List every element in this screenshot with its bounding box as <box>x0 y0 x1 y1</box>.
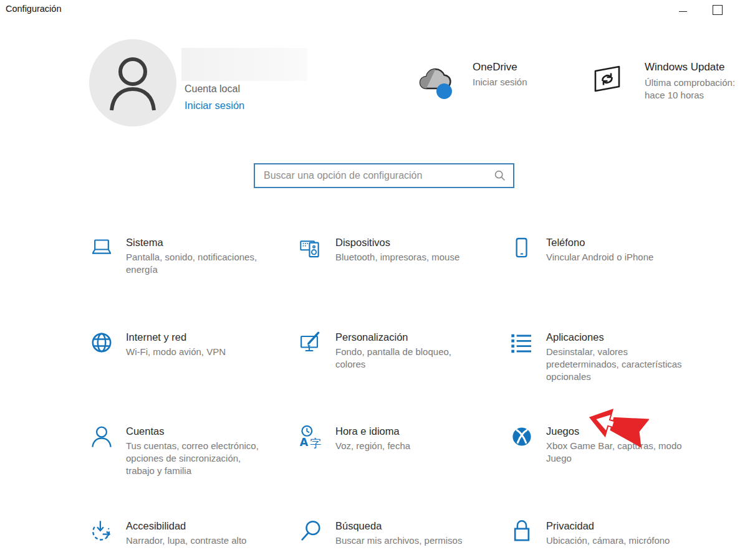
category-title: Teléfono <box>546 235 653 249</box>
onedrive-status: Iniciar sesión <box>473 77 527 87</box>
onedrive-cloud-icon <box>418 65 456 100</box>
category-subtitle: Buscar mis archivos, permisos <box>335 534 462 547</box>
windows-update-icon <box>592 64 622 93</box>
category-title: Sistema <box>126 235 266 249</box>
category-subtitle: Fondo, pantalla de bloqueo, colores <box>335 346 475 371</box>
user-avatar[interactable] <box>89 39 176 126</box>
person-icon <box>89 424 114 449</box>
window-title: Configuración <box>6 4 61 14</box>
settings-category-telefono[interactable]: Teléfono Vincular Android o iPhone <box>509 235 745 330</box>
settings-category-juegos[interactable]: Juegos Xbox Game Bar, capturas, modo Jue… <box>509 424 745 519</box>
settings-category-personalizacion[interactable]: Personalización Fondo, pantalla de bloqu… <box>299 330 509 424</box>
profile-signin-link[interactable]: Iniciar sesión <box>185 100 244 112</box>
settings-category-grid: Sistema Pantalla, sonido, notificaciones… <box>89 235 745 560</box>
category-title: Aplicaciones <box>546 330 686 344</box>
category-title: Accesibilidad <box>126 519 246 533</box>
settings-category-internet-y-red[interactable]: Internet y red Wi-Fi, modo avión, VPN <box>89 330 299 424</box>
maximize-icon <box>713 5 723 15</box>
category-title: Internet y red <box>126 330 226 344</box>
laptop-icon <box>89 235 114 260</box>
category-subtitle: Desinstalar, valores predeterminados, ca… <box>546 346 686 383</box>
search-magnifier-icon[interactable] <box>491 169 509 182</box>
category-subtitle: Tus cuentas, correo electrónico, opcione… <box>126 440 266 477</box>
accessibility-icon <box>89 519 114 544</box>
settings-category-hora-e-idioma[interactable]: Hora e idioma Voz, región, fecha <box>299 424 509 519</box>
category-title: Juegos <box>546 424 686 438</box>
time-language-icon <box>299 424 324 449</box>
minimize-icon <box>679 11 687 12</box>
settings-category-accesibilidad[interactable]: Accesibilidad Narrador, lupa, contraste … <box>89 519 299 560</box>
category-subtitle: Ubicación, cámara, micrófono <box>546 534 670 547</box>
personalization-icon <box>299 330 324 355</box>
onedrive-title[interactable]: OneDrive <box>473 61 517 74</box>
lock-icon <box>509 519 534 544</box>
category-subtitle: Vincular Android o iPhone <box>546 251 653 263</box>
category-subtitle: Bluetooth, impresoras, mouse <box>335 251 459 263</box>
settings-category-busqueda[interactable]: Búsqueda Buscar mis archivos, permisos <box>299 519 509 560</box>
settings-category-cuentas[interactable]: Cuentas Tus cuentas, correo electrónico,… <box>89 424 299 519</box>
category-subtitle: Wi-Fi, modo avión, VPN <box>126 346 226 358</box>
category-title: Hora e idioma <box>335 424 410 438</box>
search-icon <box>299 519 324 544</box>
account-type-label: Cuenta local <box>185 83 240 95</box>
apps-icon <box>509 330 534 355</box>
user-avatar-icon <box>103 50 163 115</box>
user-name-redacted <box>181 48 307 81</box>
xbox-icon <box>509 424 534 449</box>
category-title: Dispositivos <box>335 235 459 249</box>
phone-icon <box>509 235 534 260</box>
category-title: Búsqueda <box>335 519 462 533</box>
settings-category-privacidad[interactable]: Privacidad Ubicación, cámara, micrófono <box>509 519 745 560</box>
settings-category-aplicaciones[interactable]: Aplicaciones Desinstalar, valores predet… <box>509 330 745 424</box>
category-subtitle: Pantalla, sonido, notificaciones, energí… <box>126 251 266 276</box>
category-subtitle: Narrador, lupa, contraste alto <box>126 534 246 547</box>
globe-icon <box>89 330 114 355</box>
category-title: Personalización <box>335 330 475 344</box>
category-title: Cuentas <box>126 424 266 438</box>
devices-icon <box>299 235 324 260</box>
windows-update-status: Última comprobación: hace 10 horas <box>645 77 744 102</box>
settings-search-input[interactable] <box>255 170 491 181</box>
titlebar: Configuración <box>0 0 745 20</box>
minimize-button[interactable] <box>668 0 697 20</box>
windows-update-title[interactable]: Windows Update <box>645 61 725 74</box>
category-subtitle: Voz, región, fecha <box>335 440 410 452</box>
category-title: Privacidad <box>546 519 670 533</box>
settings-search-box[interactable] <box>254 163 514 188</box>
maximize-button[interactable] <box>703 0 732 20</box>
settings-category-dispositivos[interactable]: Dispositivos Bluetooth, impresoras, mous… <box>299 235 509 330</box>
settings-category-sistema[interactable]: Sistema Pantalla, sonido, notificaciones… <box>89 235 299 330</box>
category-subtitle: Xbox Game Bar, capturas, modo Juego <box>546 440 686 465</box>
